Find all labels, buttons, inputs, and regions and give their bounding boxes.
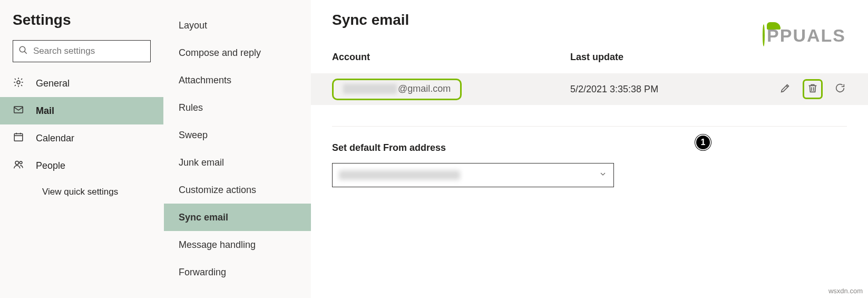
delete-account-highlight — [803, 79, 823, 99]
svg-point-2 — [17, 81, 20, 84]
mid-item-sync-email[interactable]: Sync email — [164, 204, 311, 231]
nav-item-general[interactable]: General — [0, 70, 163, 97]
view-quick-settings-link[interactable]: View quick settings — [0, 179, 163, 197]
settings-subcategory-panel: Layout Compose and reply Attachments Rul… — [163, 0, 311, 298]
search-icon — [18, 45, 33, 57]
column-header-last-update: Last update — [570, 52, 847, 63]
default-from-select[interactable] — [332, 163, 614, 187]
nav-item-calendar[interactable]: Calendar — [0, 124, 163, 152]
account-email-highlight: @gmail.com — [332, 79, 462, 100]
mid-item-compose-reply[interactable]: Compose and reply — [164, 39, 311, 66]
edit-account-button[interactable] — [778, 82, 792, 96]
gear-icon — [13, 76, 36, 91]
account-last-update-value: 5/2/2021 3:35:38 PM — [570, 84, 778, 95]
resync-account-button[interactable] — [833, 82, 847, 96]
mail-icon — [13, 104, 36, 118]
mid-item-forwarding[interactable]: Forwarding — [164, 258, 311, 286]
redacted-email-local — [343, 84, 397, 94]
mid-item-message-handling[interactable]: Message handling — [164, 231, 311, 258]
calendar-icon — [13, 131, 36, 146]
refresh-icon — [834, 82, 846, 96]
search-settings-field[interactable] — [33, 46, 145, 56]
watermark-text: wsxdn.com — [828, 287, 863, 295]
account-row[interactable]: @gmail.com 5/2/2021 3:35:38 PM — [311, 73, 868, 105]
settings-detail-panel: Sync email Account Last update @gmail.co… — [311, 0, 868, 298]
people-icon — [13, 159, 36, 173]
default-from-heading: Set default From address — [311, 127, 868, 163]
search-settings-input[interactable] — [13, 40, 151, 62]
mid-item-layout[interactable]: Layout — [164, 12, 311, 39]
settings-title: Settings — [0, 12, 163, 40]
nav-item-people[interactable]: People — [0, 152, 163, 179]
chevron-down-icon — [599, 170, 607, 180]
settings-category-panel: Settings General Mail Cal — [0, 0, 163, 298]
svg-line-1 — [24, 51, 27, 54]
svg-point-12 — [19, 161, 22, 164]
nav-label: Calendar — [36, 133, 74, 144]
column-header-account: Account — [332, 52, 570, 63]
mid-item-junk-email[interactable]: Junk email — [164, 149, 311, 176]
logo-head-icon — [763, 25, 767, 46]
nav-item-mail[interactable]: Mail — [0, 97, 163, 124]
annotation-circle-1: 1 — [695, 134, 711, 150]
delete-account-button[interactable] — [806, 82, 820, 96]
svg-point-11 — [15, 161, 18, 164]
pencil-icon — [779, 82, 791, 96]
accounts-table-header: Account Last update — [311, 52, 868, 73]
trash-icon — [807, 82, 818, 96]
mid-item-attachments[interactable]: Attachments — [164, 66, 311, 94]
redacted-default-from-value — [339, 170, 460, 180]
svg-point-0 — [19, 46, 25, 52]
appuals-logo: PPUALS — [763, 25, 846, 46]
mid-item-rules[interactable]: Rules — [164, 94, 311, 121]
mid-item-sweep[interactable]: Sweep — [164, 121, 311, 149]
nav-label: People — [36, 160, 65, 171]
svg-rect-3 — [14, 107, 23, 113]
nav-label: General — [36, 78, 70, 89]
nav-label: Mail — [36, 105, 54, 117]
svg-rect-4 — [14, 133, 23, 141]
mid-item-customize-actions[interactable]: Customize actions — [164, 176, 311, 204]
account-email-domain: @gmail.com — [398, 83, 451, 94]
